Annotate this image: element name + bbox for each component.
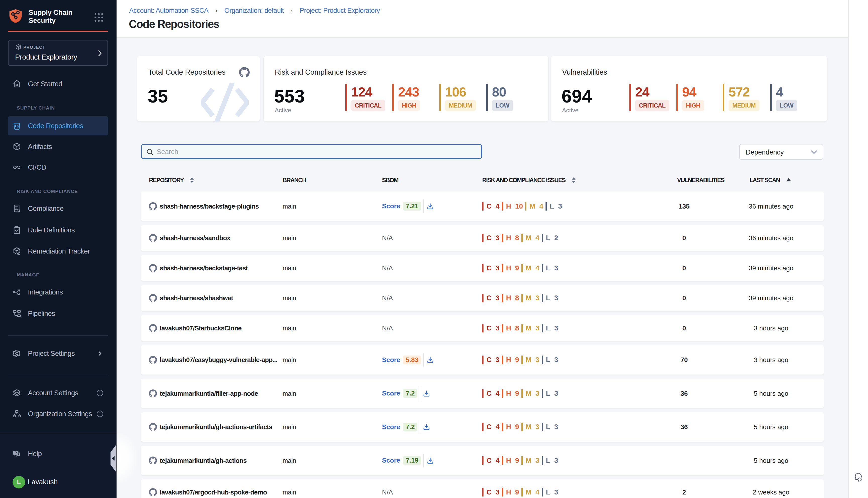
svg-text:?: ?	[15, 451, 17, 455]
